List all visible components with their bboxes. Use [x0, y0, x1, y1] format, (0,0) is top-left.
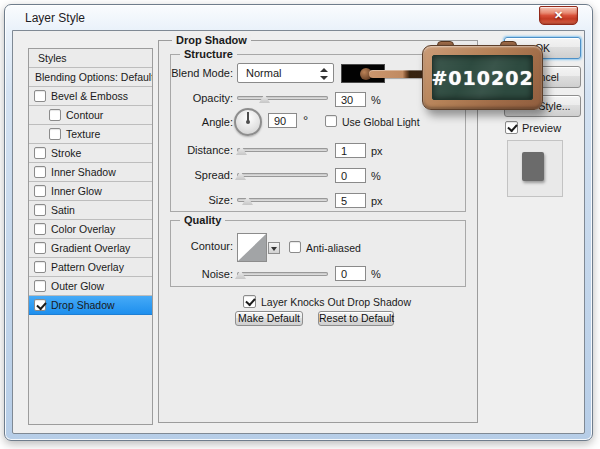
reset-default-button[interactable]: Reset to Default: [318, 311, 394, 326]
chalkboard-surface: #010202: [432, 55, 533, 100]
chalkboard: #010202: [422, 45, 543, 110]
structure-group-title: Structure: [180, 48, 237, 60]
spread-slider[interactable]: [237, 173, 328, 177]
opacity-value-field[interactable]: 30: [335, 92, 366, 107]
inner-glow-label: Inner Glow: [51, 185, 102, 197]
sidebar-item-gradient-overlay[interactable]: Gradient Overlay: [29, 239, 152, 258]
stroke-checkbox[interactable]: [34, 147, 46, 159]
close-button[interactable]: ✕: [539, 6, 578, 25]
anti-aliased-checkbox[interactable]: [289, 241, 301, 253]
spread-value-field[interactable]: 0: [335, 168, 366, 183]
sidebar-item-inner-shadow[interactable]: Inner Shadow: [29, 163, 152, 182]
sidebar-item-texture[interactable]: Texture: [29, 125, 152, 144]
sidebar-item-outer-glow[interactable]: Outer Glow: [29, 277, 152, 296]
blending-options-label: Blending Options: Default: [35, 71, 153, 83]
sidebar-item-stroke[interactable]: Stroke: [29, 144, 152, 163]
screenshot-stage: Layer Style ✕ Styles Blending Options: D…: [0, 0, 600, 449]
styles-header-row: Styles: [29, 49, 152, 68]
sidebar-item-pattern-overlay[interactable]: Pattern Overlay: [29, 258, 152, 277]
noise-slider[interactable]: [237, 272, 328, 276]
satin-checkbox[interactable]: [34, 204, 46, 216]
blend-mode-select[interactable]: Normal: [237, 63, 334, 83]
panel-title: Drop Shadow: [172, 34, 251, 46]
sidebar-item-color-overlay[interactable]: Color Overlay: [29, 220, 152, 239]
gradient-overlay-label: Gradient Overlay: [51, 242, 130, 254]
quality-group-title: Quality: [180, 214, 225, 226]
combo-updown-icon: [320, 68, 328, 80]
styles-header-label: Styles: [38, 52, 67, 64]
preview-checkbox[interactable]: [505, 121, 518, 134]
use-global-light-label: Use Global Light: [342, 116, 420, 128]
inner-shadow-label: Inner Shadow: [51, 166, 116, 178]
title-bar[interactable]: Layer Style ✕: [5, 5, 592, 30]
inner-glow-checkbox[interactable]: [34, 185, 46, 197]
opacity-slider[interactable]: [237, 96, 328, 100]
color-overlay-checkbox[interactable]: [34, 223, 46, 235]
sidebar-item-satin[interactable]: Satin: [29, 201, 152, 220]
blend-mode-label: Blend Mode:: [149, 67, 233, 79]
drop-shadow-label: Drop Shadow: [51, 299, 115, 311]
sidebar-item-inner-glow[interactable]: Inner Glow: [29, 182, 152, 201]
bevel-emboss-label: Bevel & Emboss: [51, 90, 128, 102]
pattern-overlay-label: Pattern Overlay: [51, 261, 124, 273]
noise-value-field[interactable]: 0: [335, 266, 366, 281]
use-global-light-checkbox[interactable]: [325, 115, 337, 127]
spread-unit: %: [371, 170, 381, 182]
anti-aliased-label: Anti-aliased: [306, 242, 361, 254]
inner-shadow-checkbox[interactable]: [34, 166, 46, 178]
size-label: Size:: [149, 194, 233, 206]
drop-shadow-checkbox[interactable]: [34, 299, 46, 311]
distance-unit: px: [371, 145, 383, 157]
gradient-overlay-checkbox[interactable]: [34, 242, 46, 254]
texture-label: Texture: [66, 128, 100, 140]
make-default-button[interactable]: Make Default: [235, 311, 303, 326]
size-unit: px: [371, 195, 383, 207]
angle-dial[interactable]: [234, 108, 262, 136]
sidebar-item-contour[interactable]: Contour: [29, 106, 152, 125]
sidebar-item-blending-options[interactable]: Blending Options: Default: [29, 68, 152, 87]
size-value-field[interactable]: 5: [335, 193, 366, 208]
distance-slider[interactable]: [237, 148, 328, 152]
opacity-unit: %: [371, 94, 381, 106]
styles-panel: Styles Blending Options: Default Bevel &…: [28, 48, 153, 425]
texture-checkbox[interactable]: [49, 128, 61, 140]
preview-swatch: [522, 152, 544, 181]
color-overlay-label: Color Overlay: [51, 223, 115, 235]
distance-label: Distance:: [149, 144, 233, 156]
opacity-label: Opacity:: [149, 92, 233, 104]
spread-label: Spread:: [149, 169, 233, 181]
angle-hub: [246, 120, 250, 124]
close-icon: ✕: [554, 9, 563, 21]
preview-checkbox-label: Preview: [522, 122, 561, 134]
blend-mode-value: Normal: [246, 67, 281, 79]
contour-thumbnail-label: Contour:: [149, 240, 233, 252]
window-title: Layer Style: [25, 11, 85, 25]
distance-value-field[interactable]: 1: [335, 143, 366, 158]
pattern-overlay-checkbox[interactable]: [34, 261, 46, 273]
contour-label: Contour: [66, 109, 103, 121]
stroke-label: Stroke: [51, 147, 81, 159]
contour-checkbox[interactable]: [49, 109, 61, 121]
outer-glow-label: Outer Glow: [51, 280, 104, 292]
sidebar-item-bevel-emboss[interactable]: Bevel & Emboss: [29, 87, 152, 106]
chalkboard-text: #010202: [433, 56, 532, 99]
outer-glow-checkbox[interactable]: [34, 280, 46, 292]
satin-label: Satin: [51, 204, 75, 216]
contour-thumbnail[interactable]: [237, 233, 267, 262]
sidebar-item-drop-shadow[interactable]: Drop Shadow: [29, 296, 152, 315]
contour-dropdown-button[interactable]: [268, 242, 280, 254]
angle-unit: °: [303, 113, 308, 128]
noise-label: Noise:: [149, 268, 233, 280]
angle-value-field[interactable]: 90: [268, 113, 297, 128]
angle-label: Angle:: [149, 116, 233, 128]
noise-unit: %: [371, 268, 381, 280]
knockout-checkbox[interactable]: [243, 295, 256, 308]
bevel-emboss-checkbox[interactable]: [34, 90, 46, 102]
knockout-label: Layer Knocks Out Drop Shadow: [261, 296, 411, 308]
